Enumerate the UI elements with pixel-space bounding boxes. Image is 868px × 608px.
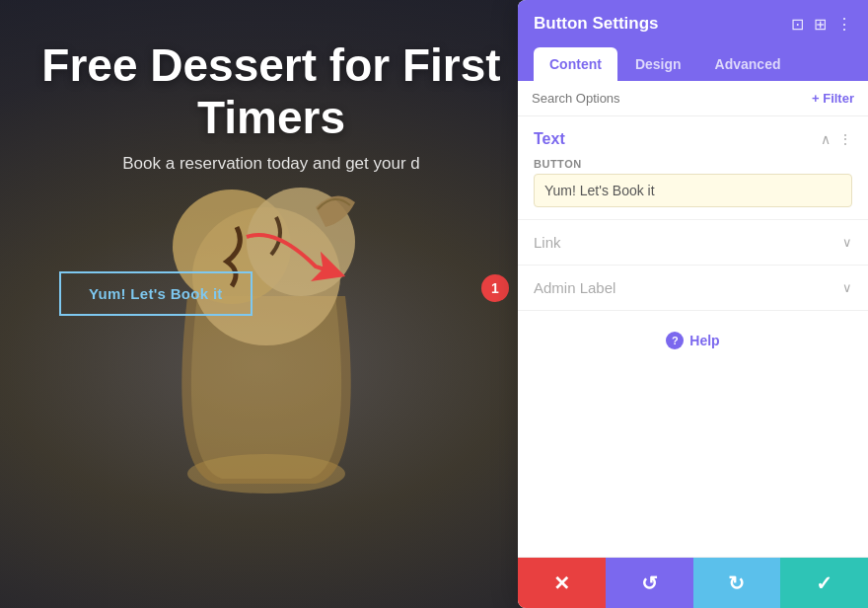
link-section-header[interactable]: Link ∨ <box>534 220 852 265</box>
admin-label-section: Admin Label ∨ <box>518 265 868 310</box>
panel-header: Button Settings ⊡ ⊞ ⋮ <box>518 0 868 47</box>
text-section-header: Text ∧ ⋮ <box>518 116 868 154</box>
button-field-label: Button <box>534 158 852 170</box>
link-section: Link ∨ <box>518 219 868 265</box>
panel-tabs: Content Design Advanced <box>518 47 868 81</box>
tab-design[interactable]: Design <box>619 47 697 81</box>
button-text-input[interactable] <box>534 174 852 207</box>
help-section: ? Help <box>518 310 868 369</box>
section-icons: ∧ ⋮ <box>821 131 852 147</box>
panel-body: Text ∧ ⋮ Button Link ∨ Admin Label ∨ <box>518 116 868 557</box>
search-input[interactable] <box>532 91 804 106</box>
hero-title: Free Dessert for First Timers <box>39 39 503 144</box>
filter-button[interactable]: + Filter <box>812 91 854 106</box>
arrow-icon <box>237 217 355 296</box>
panel-title: Button Settings <box>534 14 659 34</box>
panel-footer: ✕ ↺ ↻ ✓ <box>518 557 868 608</box>
link-chevron-icon: ∨ <box>842 235 852 250</box>
section-more-btn[interactable]: ⋮ <box>838 131 852 147</box>
admin-label-section-header[interactable]: Admin Label ∨ <box>534 266 852 310</box>
help-button[interactable]: ? Help <box>666 332 719 349</box>
arrow-container <box>237 217 355 300</box>
step-badge: 1 <box>481 274 509 302</box>
panel-search: + Filter <box>518 81 868 116</box>
help-label: Help <box>689 333 719 348</box>
page-button-wrapper: Yum! Let's Book it <box>59 271 253 316</box>
redo-button[interactable]: ↻ <box>693 558 781 608</box>
button-field-group: Button <box>518 154 868 219</box>
admin-label-chevron-icon: ∨ <box>842 280 852 295</box>
more-icon[interactable]: ⋮ <box>836 15 852 34</box>
text-section-title: Text <box>534 130 565 148</box>
cancel-button[interactable]: ✕ <box>518 558 606 608</box>
collapse-icon[interactable]: ⊡ <box>791 15 804 34</box>
section-collapse-btn[interactable]: ∧ <box>821 131 831 147</box>
help-icon: ? <box>666 332 684 349</box>
panel-header-icons: ⊡ ⊞ ⋮ <box>791 15 852 34</box>
tab-content[interactable]: Content <box>534 47 617 81</box>
undo-button[interactable]: ↺ <box>606 558 693 608</box>
link-section-title: Link <box>534 234 561 251</box>
hero-subtitle: Book a reservation today and get your d <box>39 154 503 174</box>
expand-icon[interactable]: ⊞ <box>814 15 827 34</box>
admin-label-title: Admin Label <box>534 279 615 296</box>
settings-panel: Button Settings ⊡ ⊞ ⋮ Content Design Adv… <box>518 0 868 608</box>
tab-advanced[interactable]: Advanced <box>699 47 797 81</box>
save-button[interactable]: ✓ <box>780 558 868 608</box>
page-cta-button[interactable]: Yum! Let's Book it <box>59 271 253 316</box>
